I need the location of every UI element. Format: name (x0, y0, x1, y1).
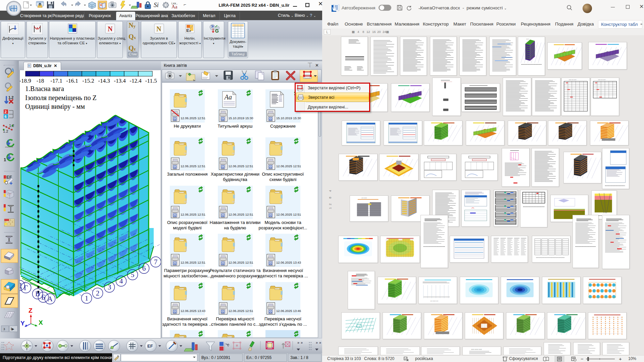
svg-text:1,2: 1,2 (8, 95, 13, 99)
svg-text:Z: Z (29, 307, 33, 314)
svg-text:2: 2 (5, 110, 7, 114)
svg-text:6: 6 (5, 115, 7, 119)
svg-text:20: 20 (377, 30, 381, 34)
svg-text:Qx: Qx (129, 33, 136, 40)
svg-text:В: В (35, 290, 40, 298)
svg-text:Y: Y (20, 320, 25, 327)
svg-text:####: #### (526, 38, 529, 40)
svg-text:1: 1 (85, 294, 89, 302)
svg-text:G: G (215, 28, 219, 34)
svg-text:N: N (108, 25, 113, 33)
svg-text:X: X (39, 319, 43, 326)
svg-text:5: 5 (131, 271, 135, 279)
svg-text:4: 4 (119, 277, 123, 285)
svg-text:### ####: ### #### (361, 197, 367, 199)
svg-text:Qz: Qz (129, 44, 136, 52)
svg-text:4: 4 (357, 30, 359, 34)
svg-text:### #### ###: ### #### ### (430, 300, 439, 302)
svg-text:7: 7 (154, 258, 158, 266)
svg-text:»: » (297, 341, 299, 345)
svg-text:з: з (3, 327, 5, 331)
svg-text:▦: ▦ (386, 30, 389, 34)
svg-text:І▶: І▶ (11, 327, 14, 331)
svg-text:8: 8 (362, 30, 364, 34)
svg-text:EF: EF (147, 344, 153, 349)
svg-text:1: 1 (4, 157, 6, 162)
svg-text:»: » (316, 341, 318, 345)
svg-text:N: N (156, 25, 161, 33)
svg-text:3: 3 (108, 283, 111, 291)
svg-text:⌐: ⌐ (184, 2, 186, 7)
svg-text:Ny: Ny (129, 21, 136, 29)
svg-text:2: 2 (96, 289, 100, 297)
svg-text:»: » (301, 341, 303, 345)
svg-text:Si: Si (154, 1, 159, 8)
svg-text:24: 24 (383, 30, 386, 34)
svg-text:Д: Д (20, 281, 22, 289)
svg-text:#### ##### ####: #### ##### #### (471, 349, 482, 350)
svg-text:6: 6 (142, 264, 146, 272)
svg-text:16: 16 (372, 30, 376, 34)
svg-text:12: 12 (366, 30, 370, 34)
svg-text:#### ### ####: #### ### #### (569, 79, 577, 81)
svg-text:Aa: Aa (171, 4, 178, 9)
svg-text:▦: ▦ (352, 30, 355, 34)
svg-text:»: » (319, 341, 321, 345)
svg-text:W: W (332, 7, 336, 11)
svg-text:#### ### ####: #### ### #### (598, 79, 606, 81)
